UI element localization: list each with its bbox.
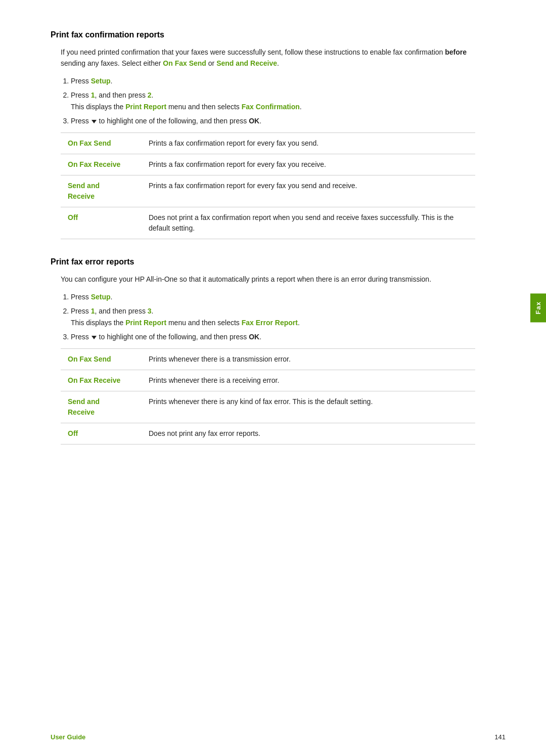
section1-print-report: Print Report [125, 103, 166, 111]
section2-setup: Setup [91, 293, 111, 301]
section2-row3-label: Send andReceive [61, 391, 142, 423]
section2-step1: Press Setup. [71, 291, 475, 302]
table-row: Off Does not print any fax error reports… [61, 423, 475, 444]
section1-ok: OK [249, 117, 259, 125]
section2-title: Print fax error reports [51, 257, 475, 266]
footer-left: User Guide [51, 733, 85, 741]
section2-3: 3 [148, 307, 152, 315]
section1-arrow [92, 120, 97, 123]
section2-row2-label: On Fax Receive [61, 370, 142, 391]
table-row: On Fax Receive Prints a fax confirmation… [61, 154, 475, 175]
footer-right: 141 [494, 733, 506, 741]
section1-table: On Fax Send Prints a fax confirmation re… [61, 132, 475, 239]
section2-row3-desc: Prints whenever there is any kind of fax… [142, 391, 475, 423]
table-row: Send andReceive Prints a fax confirmatio… [61, 175, 475, 207]
section2-row1-desc: Prints whenever there is a transmission … [142, 349, 475, 370]
section1-green2: Send and Receive [216, 59, 277, 67]
section1-intro: If you need printed confirmation that yo… [61, 47, 475, 69]
section2-1: 1 [91, 307, 95, 315]
section1-steps: Press Setup. Press 1, and then press 2. … [71, 75, 475, 127]
table-row: Send andReceive Prints whenever there is… [61, 391, 475, 423]
table-row: On Fax Send Prints a fax confirmation re… [61, 133, 475, 154]
section1-setup: Setup [91, 77, 111, 85]
section1-row3-desc: Prints a fax confirmation report for eve… [142, 175, 475, 207]
section2-row2-desc: Prints whenever there is a receiving err… [142, 370, 475, 391]
section1-bold: before [445, 48, 467, 56]
section2-ok: OK [249, 333, 259, 341]
section1-green1: On Fax Send [163, 59, 206, 67]
section1-title: Print fax confirmation reports [51, 30, 475, 39]
section1-row1-desc: Prints a fax confirmation report for eve… [142, 133, 475, 154]
section1-step2: Press 1, and then press 2. This displays… [71, 90, 475, 112]
section1-row4-desc: Does not print a fax confirmation report… [142, 207, 475, 239]
section2-fax-error: Fax Error Report [242, 319, 298, 327]
section2-step3: Press to highlight one of the following,… [71, 331, 475, 342]
section1-fax-confirm: Fax Confirmation [242, 103, 300, 111]
section2-step2-sub: This displays the Print Report menu and … [71, 319, 300, 327]
table-row: Off Does not print a fax confirmation re… [61, 207, 475, 239]
section2-row4-desc: Does not print any fax error reports. [142, 423, 475, 444]
section1-row2-label: On Fax Receive [61, 154, 142, 175]
section2-step2: Press 1, and then press 3. This displays… [71, 305, 475, 328]
section2-steps: Press Setup. Press 1, and then press 3. … [71, 291, 475, 343]
section2-arrow [92, 336, 97, 339]
footer: User Guide 141 [0, 733, 546, 741]
side-tab-fax: Fax [530, 293, 546, 322]
section-fax-error: Print fax error reports You can configur… [51, 257, 475, 444]
section1-step2-sub: This displays the Print Report menu and … [71, 103, 302, 111]
section1-row2-desc: Prints a fax confirmation report for eve… [142, 154, 475, 175]
section1-row4-label: Off [61, 207, 142, 239]
section2-intro: You can configure your HP All-in-One so … [61, 274, 475, 285]
section1-row3-label: Send andReceive [61, 175, 142, 207]
section2-row1-label: On Fax Send [61, 349, 142, 370]
section1-1: 1 [91, 91, 95, 99]
section-fax-confirmation: Print fax confirmation reports If you ne… [51, 30, 475, 239]
section2-row4-label: Off [61, 423, 142, 444]
table-row: On Fax Send Prints whenever there is a t… [61, 349, 475, 370]
section1-row1-label: On Fax Send [61, 133, 142, 154]
table-row: On Fax Receive Prints whenever there is … [61, 370, 475, 391]
section2-table: On Fax Send Prints whenever there is a t… [61, 348, 475, 444]
section1-step1: Press Setup. [71, 75, 475, 86]
section2-print-report: Print Report [125, 319, 166, 327]
section1-step3: Press to highlight one of the following,… [71, 115, 475, 126]
section1-2: 2 [148, 91, 152, 99]
